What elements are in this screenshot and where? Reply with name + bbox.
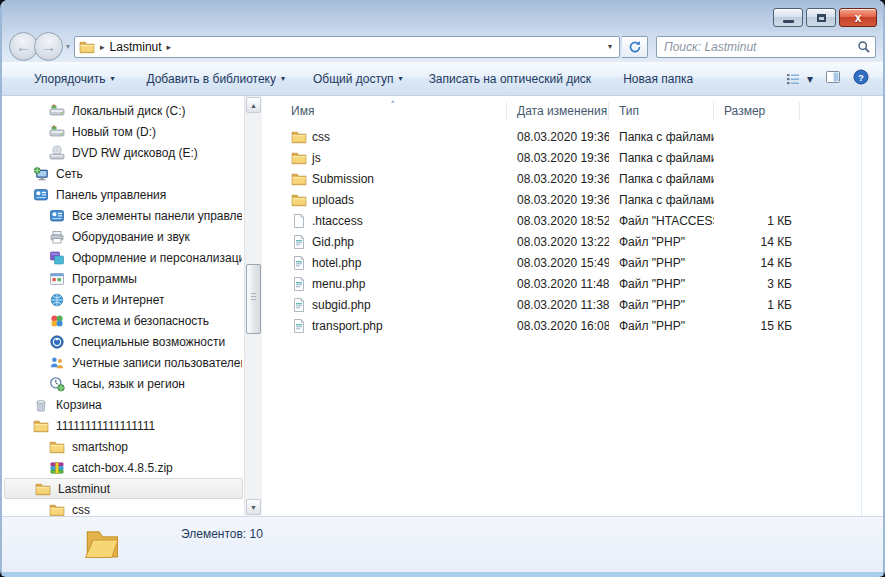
- sidebar-item[interactable]: Оборудование и звук: [2, 226, 243, 247]
- sidebar-item[interactable]: css: [2, 499, 243, 516]
- file-row[interactable]: Submission08.03.2020 19:36Папка с файлам…: [262, 168, 883, 189]
- scrollbar-thumb[interactable]: [246, 264, 261, 334]
- file-date: 08.03.2020 19:36: [507, 172, 609, 186]
- sidebar-item-label: Программы: [72, 272, 137, 286]
- preview-pane-icon: [825, 69, 841, 85]
- file-type: Папка с файлами: [609, 172, 714, 186]
- back-arrow-icon: ←: [16, 38, 31, 55]
- refresh-button[interactable]: [622, 36, 648, 58]
- address-bar[interactable]: ▸ Lastminut ▸ ▾: [74, 36, 620, 58]
- search-box: [656, 36, 876, 58]
- sidebar-item[interactable]: Система и безопасность: [2, 310, 243, 331]
- php-file-icon: [291, 297, 307, 313]
- file-type: Папка с файлами: [609, 193, 714, 207]
- add-to-library-button[interactable]: Добавить в библиотеку▾: [138, 68, 293, 90]
- sidebar-item-label: 11111111111111111: [56, 419, 155, 433]
- drive-icon: [49, 124, 65, 140]
- control-panel-icon: [49, 208, 65, 224]
- maximize-button[interactable]: [806, 8, 836, 27]
- sidebar-item[interactable]: Часы, язык и регион: [2, 373, 243, 394]
- column-header-type[interactable]: Тип: [609, 100, 714, 122]
- organize-button[interactable]: Упорядочить▾: [26, 68, 122, 90]
- sidebar-item[interactable]: Специальные возможности: [2, 331, 243, 352]
- sidebar-item[interactable]: Локальный диск (C:): [2, 100, 243, 121]
- scroll-up-button[interactable]: ▲: [246, 97, 261, 113]
- breadcrumb-separator[interactable]: ▸: [162, 42, 177, 52]
- scroll-down-button[interactable]: ▼: [246, 499, 261, 515]
- svg-text:?: ?: [858, 72, 864, 83]
- file-type: Файл "PHP": [609, 277, 714, 291]
- file-size: 1 КБ: [714, 214, 800, 228]
- sidebar-item-label: Локальный диск (C:): [72, 104, 186, 118]
- file-row[interactable]: Gid.php08.03.2020 13:22Файл "PHP"14 КБ: [262, 231, 883, 252]
- close-button[interactable]: x: [839, 8, 877, 27]
- minimize-button[interactable]: [773, 8, 803, 27]
- file-row[interactable]: .htaccess08.03.2020 18:52Файл "HTACCESS"…: [262, 210, 883, 231]
- file-row[interactable]: subgid.php08.03.2020 11:38Файл "PHP"1 КБ: [262, 294, 883, 315]
- programs-icon: [49, 271, 65, 287]
- file-name: Submission: [312, 172, 374, 186]
- sidebar-item-label: catch-box.4.8.5.zip: [72, 461, 173, 475]
- file-row[interactable]: menu.php08.03.2020 11:48Файл "PHP"3 КБ: [262, 273, 883, 294]
- file-name: Gid.php: [312, 235, 354, 249]
- file-row[interactable]: uploads08.03.2020 19:36Папка с файлами: [262, 189, 883, 210]
- file-name: js: [312, 151, 321, 165]
- php-file-icon: [291, 318, 307, 334]
- file-size: 15 КБ: [714, 319, 800, 333]
- file-row[interactable]: transport.php08.03.2020 16:08Файл "PHP"1…: [262, 315, 883, 336]
- sidebar-item[interactable]: Панель управления: [2, 184, 243, 205]
- sidebar-item[interactable]: Новый том (D:): [2, 121, 243, 142]
- sidebar-item[interactable]: Сеть: [2, 163, 243, 184]
- column-header-date[interactable]: Дата изменения: [507, 100, 609, 122]
- sidebar-item[interactable]: Сеть и Интернет: [2, 289, 243, 310]
- forward-arrow-icon: →: [41, 38, 56, 55]
- sidebar-item[interactable]: Оформление и персонализация: [2, 247, 243, 268]
- share-button[interactable]: Общий доступ▾: [305, 68, 411, 90]
- sidebar-scrollbar[interactable]: ▲ ▼: [244, 96, 262, 516]
- command-toolbar: Упорядочить▾ Добавить в библиотеку▾ Общи…: [2, 62, 883, 96]
- sidebar-item[interactable]: 11111111111111111: [2, 415, 243, 436]
- burn-button[interactable]: Записать на оптический диск: [421, 68, 600, 90]
- php-file-icon: [291, 276, 307, 292]
- file-date: 08.03.2020 19:36: [507, 151, 609, 165]
- file-row[interactable]: hotel.php08.03.2020 15:49Файл "PHP"14 КБ: [262, 252, 883, 273]
- folder-icon: [291, 150, 307, 166]
- file-type: Файл "PHP": [609, 319, 714, 333]
- column-header-name[interactable]: Имя: [262, 100, 507, 122]
- preview-pane-button[interactable]: [825, 69, 841, 88]
- new-folder-button[interactable]: Новая папка: [615, 68, 701, 90]
- drive-icon: [49, 103, 65, 119]
- file-row[interactable]: js08.03.2020 19:36Папка с файлами: [262, 147, 883, 168]
- new-folder-label: Новая папка: [623, 72, 693, 86]
- sidebar-item[interactable]: Lastminut: [4, 478, 243, 499]
- recent-pages-dropdown[interactable]: ▾: [66, 42, 70, 51]
- breadcrumb-separator: ▸: [95, 42, 110, 52]
- breadcrumb-segment[interactable]: Lastminut: [110, 40, 162, 54]
- sidebar-item[interactable]: catch-box.4.8.5.zip: [2, 457, 243, 478]
- sidebar-item[interactable]: Корзина: [2, 394, 243, 415]
- search-icon[interactable]: [857, 40, 871, 54]
- view-options-button[interactable]: ▾: [785, 71, 813, 87]
- address-dropdown-button[interactable]: ▾: [605, 42, 615, 51]
- sidebar-item-label: Новый том (D:): [72, 125, 156, 139]
- file-row[interactable]: css08.03.2020 19:36Папка с файлами: [262, 126, 883, 147]
- sidebar-item-label: Часы, язык и регион: [72, 377, 185, 391]
- file-type: Папка с файлами: [609, 130, 714, 144]
- file-name: css: [312, 130, 330, 144]
- sidebar-item[interactable]: Программы: [2, 268, 243, 289]
- sidebar-item[interactable]: DVD RW дисковод (E:): [2, 142, 243, 163]
- close-icon: x: [855, 11, 862, 25]
- chevron-down-icon: ▾: [399, 74, 403, 83]
- column-header-size[interactable]: Размер: [714, 100, 800, 122]
- title-bar: x: [2, 0, 883, 31]
- sidebar-item[interactable]: Учетные записи пользователей и: [2, 352, 243, 373]
- help-button[interactable]: ?: [853, 69, 869, 88]
- sidebar-item-label: Система и безопасность: [72, 314, 209, 328]
- sidebar-item[interactable]: smartshop: [2, 436, 243, 457]
- sidebar-item[interactable]: Все элементы панели управлени: [2, 205, 243, 226]
- personalization-icon: [49, 250, 65, 266]
- control-panel-icon: [33, 187, 49, 203]
- forward-button[interactable]: →: [34, 32, 63, 61]
- search-input[interactable]: [664, 40, 857, 54]
- folder-icon: [49, 502, 65, 517]
